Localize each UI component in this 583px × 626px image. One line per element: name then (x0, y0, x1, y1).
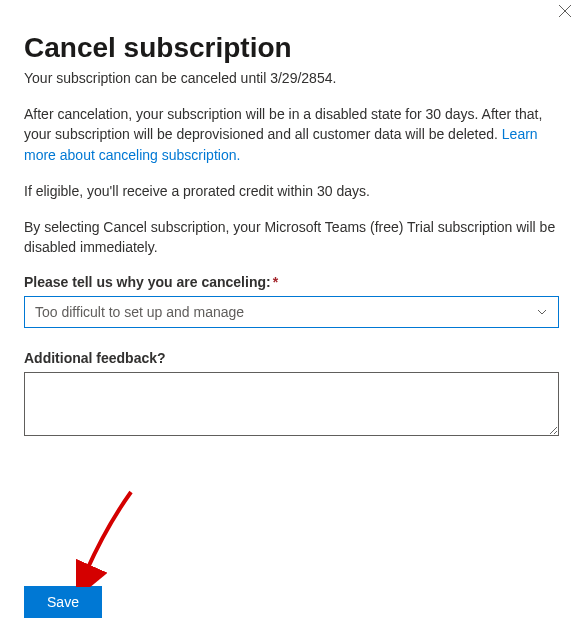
required-indicator: * (273, 274, 278, 290)
feedback-textarea[interactable] (24, 372, 559, 436)
dialog-title: Cancel subscription (24, 32, 559, 64)
reason-selected-value: Too difficult to set up and manage (35, 304, 536, 320)
close-icon (558, 4, 572, 21)
disable-warning-paragraph: By selecting Cancel subscription, your M… (24, 217, 559, 258)
chevron-down-icon (536, 306, 548, 318)
cancelation-info-paragraph: After cancelation, your subscription wil… (24, 104, 559, 165)
reason-label: Please tell us why you are canceling:* (24, 274, 559, 290)
close-button[interactable] (553, 0, 577, 24)
reason-label-text: Please tell us why you are canceling: (24, 274, 271, 290)
save-button[interactable]: Save (24, 586, 102, 618)
reason-dropdown[interactable]: Too difficult to set up and manage (24, 296, 559, 328)
annotation-arrow (76, 487, 146, 590)
dialog-subtitle: Your subscription can be canceled until … (24, 70, 559, 86)
prorated-credit-paragraph: If eligible, you'll receive a prorated c… (24, 181, 559, 201)
paragraph-text: After cancelation, your subscription wil… (24, 106, 542, 142)
feedback-label: Additional feedback? (24, 350, 559, 366)
